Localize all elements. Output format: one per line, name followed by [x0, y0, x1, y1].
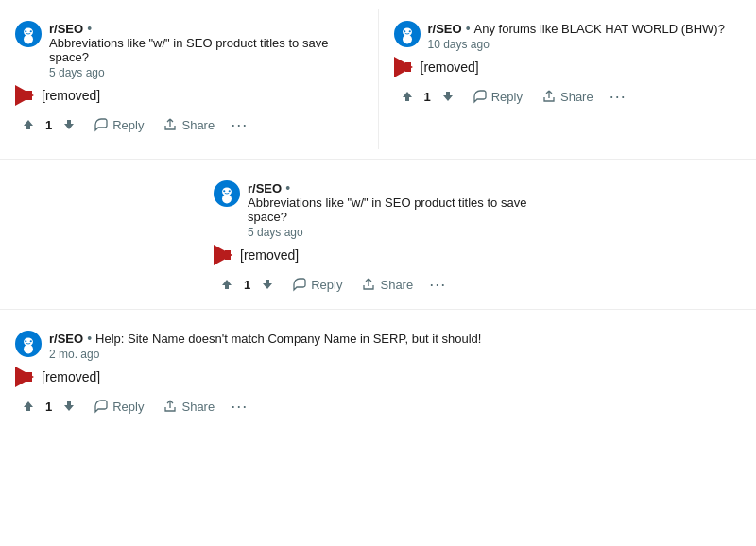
- share-icon: [163, 117, 178, 132]
- post-4-removed-text: [removed]: [42, 369, 100, 384]
- post-1-subreddit[interactable]: r/SEO: [49, 22, 83, 36]
- svg-point-18: [25, 340, 26, 342]
- share-icon: [541, 89, 557, 104]
- post-1-removed-text: [removed]: [42, 88, 100, 103]
- post-4-info: r/SEO • Help: Site Name doesn't match Co…: [49, 331, 481, 361]
- post-2-upvote-button[interactable]: [394, 83, 421, 110]
- post-3-info: r/SEO • Abbreviations like "w/" in SEO p…: [248, 180, 542, 239]
- post-1-subreddit-line: r/SEO • Abbreviations like "w/" in SEO p…: [49, 21, 363, 64]
- post-2: r/SEO • Any forums like BLACK HAT WORLD …: [379, 9, 757, 149]
- post-2-timestamp: 10 days ago: [428, 38, 725, 51]
- post-3-timestamp: 5 days ago: [248, 226, 542, 239]
- post-4-header: r/SEO • Help: Site Name doesn't match Co…: [15, 331, 741, 361]
- post-3-arrow-icon: [214, 245, 232, 265]
- post-4-arrow-icon: [15, 367, 34, 387]
- post-4-share-button[interactable]: Share: [155, 395, 222, 418]
- post-1-more-button[interactable]: ···: [226, 111, 252, 138]
- post-3-upvote-button[interactable]: [214, 271, 240, 298]
- avatar-2: [394, 21, 421, 47]
- post-1-reply-button[interactable]: Reply: [86, 113, 151, 136]
- post-1-vote-group: 1: [15, 111, 82, 138]
- svg-point-3: [25, 30, 26, 32]
- middle-row: r/SEO • Abbreviations like "w/" in SEO p…: [0, 169, 756, 310]
- reply-icon: [94, 399, 109, 414]
- svg-point-12: [222, 195, 232, 204]
- post-2-subreddit-line: r/SEO • Any forums like BLACK HAT WORLD …: [428, 21, 725, 36]
- post-2-subreddit[interactable]: r/SEO: [428, 22, 462, 36]
- svg-point-4: [30, 30, 32, 32]
- reply-icon: [292, 277, 307, 292]
- post-4-downvote-button[interactable]: [56, 393, 82, 419]
- post-4-action-bar: 1 Reply Share ···: [15, 393, 741, 419]
- downvote-icon: [61, 117, 77, 132]
- post-3-title: Abbreviations like "w/" in SEO product t…: [248, 196, 542, 224]
- downvote-icon: [61, 399, 77, 414]
- post-1-bullet: •: [87, 21, 92, 36]
- post-1-share-button[interactable]: Share: [155, 113, 222, 136]
- post-2-downvote-button[interactable]: [435, 83, 461, 110]
- post-3-removed-text: [removed]: [240, 247, 299, 263]
- post-3-vote-group: 1: [214, 271, 281, 298]
- post-3-reply-button[interactable]: Reply: [284, 273, 350, 296]
- post-1: r/SEO • Abbreviations like "w/" in SEO p…: [0, 9, 379, 149]
- post-1-downvote-button[interactable]: [56, 111, 82, 138]
- upvote-icon: [21, 399, 36, 414]
- post-3-more-button[interactable]: ···: [424, 271, 451, 298]
- post-3-subreddit-line: r/SEO • Abbreviations like "w/" in SEO p…: [248, 180, 542, 224]
- post-3-share-button[interactable]: Share: [353, 273, 421, 296]
- post-4-bullet: •: [87, 331, 92, 346]
- post-4: r/SEO • Help: Site Name doesn't match Co…: [0, 319, 756, 431]
- post-2-reply-button[interactable]: Reply: [465, 85, 530, 108]
- post-3-vote-count: 1: [242, 278, 252, 292]
- post-3-bullet: •: [285, 180, 290, 196]
- svg-point-7: [403, 35, 412, 44]
- post-3-header: r/SEO • Abbreviations like "w/" in SEO p…: [214, 180, 542, 239]
- avatar-1: [15, 21, 42, 47]
- post-3-subreddit[interactable]: r/SEO: [248, 181, 282, 196]
- post-2-removed-text: [removed]: [421, 60, 479, 75]
- post-2-removed-row: [removed]: [394, 57, 742, 77]
- post-1-header: r/SEO • Abbreviations like "w/" in SEO p…: [15, 21, 363, 79]
- post-2-title: Any forums like BLACK HAT WORLD (BHW)?: [474, 22, 725, 36]
- svg-point-13: [223, 190, 225, 192]
- post-2-vote-group: 1: [394, 83, 461, 110]
- post-3-downvote-button[interactable]: [254, 271, 281, 298]
- upvote-icon: [400, 89, 415, 104]
- share-icon: [163, 399, 178, 414]
- post-1-timestamp: 5 days ago: [49, 66, 363, 79]
- post-4-subreddit[interactable]: r/SEO: [49, 332, 83, 346]
- post-4-upvote-button[interactable]: [15, 393, 42, 419]
- post-4-title: Help: Site Name doesn't match Company Na…: [95, 332, 481, 346]
- post-2-header: r/SEO • Any forums like BLACK HAT WORLD …: [394, 21, 742, 51]
- reply-icon: [94, 117, 109, 132]
- post-2-info: r/SEO • Any forums like BLACK HAT WORLD …: [428, 21, 725, 51]
- svg-point-14: [229, 190, 231, 192]
- svg-point-19: [30, 340, 32, 342]
- reply-icon: [472, 89, 488, 104]
- post-2-more-button[interactable]: ···: [605, 83, 631, 110]
- post-1-upvote-button[interactable]: [15, 111, 42, 138]
- post-4-subreddit-line: r/SEO • Help: Site Name doesn't match Co…: [49, 331, 481, 346]
- downvote-icon: [260, 277, 275, 292]
- post-2-action-bar: 1 Reply: [394, 83, 742, 110]
- post-3-action-bar: 1 Reply: [214, 271, 542, 298]
- post-2-arrow-icon: [394, 57, 413, 77]
- post-3-removed-row: [removed]: [214, 245, 542, 265]
- share-icon: [361, 277, 376, 292]
- post-4-more-button[interactable]: ···: [226, 393, 252, 419]
- post-2-vote-count: 1: [422, 90, 433, 104]
- upvote-icon: [21, 117, 36, 132]
- svg-point-2: [24, 35, 33, 44]
- post-1-arrow-icon: [15, 85, 34, 106]
- top-row: r/SEO • Abbreviations like "w/" in SEO p…: [0, 9, 756, 160]
- post-3: r/SEO • Abbreviations like "w/" in SEO p…: [198, 180, 558, 298]
- page-container: r/SEO • Abbreviations like "w/" in SEO p…: [0, 0, 756, 440]
- upvote-icon: [219, 277, 234, 292]
- avatar-4: [15, 331, 42, 357]
- post-2-bullet: •: [466, 21, 471, 36]
- avatar-3: [214, 180, 240, 207]
- post-4-removed-row: [removed]: [15, 367, 741, 387]
- post-4-reply-button[interactable]: Reply: [86, 395, 151, 418]
- post-2-share-button[interactable]: Share: [534, 85, 601, 108]
- post-4-vote-group: 1: [15, 393, 82, 419]
